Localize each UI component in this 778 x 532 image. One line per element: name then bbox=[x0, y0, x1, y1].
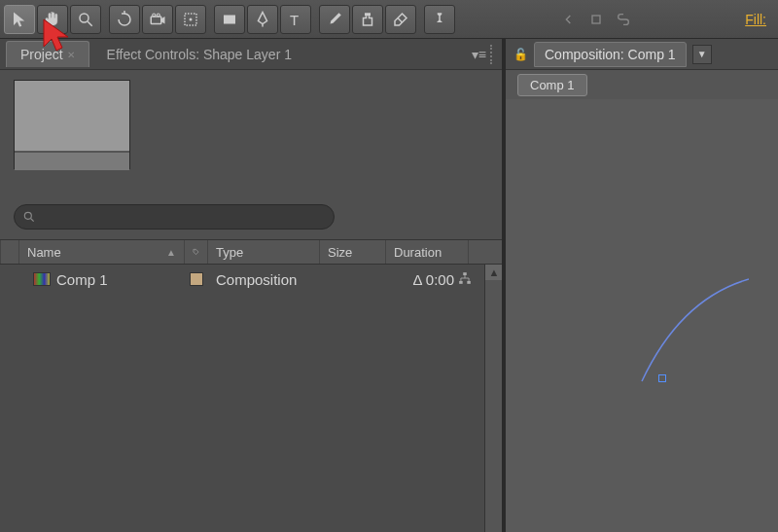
svg-rect-11 bbox=[592, 16, 600, 23]
column-size-header[interactable]: Size bbox=[320, 240, 386, 264]
svg-point-6 bbox=[190, 18, 193, 20]
composition-header-label: Composition: Comp 1 bbox=[545, 47, 676, 62]
composition-header-tab[interactable]: Composition: Comp 1 bbox=[534, 42, 687, 67]
composition-subtab[interactable]: Comp 1 bbox=[517, 74, 587, 96]
project-tab-label: Project bbox=[20, 47, 63, 62]
column-type-label: Type bbox=[216, 245, 243, 260]
tag-icon bbox=[193, 245, 199, 259]
hand-tool[interactable] bbox=[37, 5, 68, 34]
item-name: Comp 1 bbox=[56, 271, 108, 288]
svg-rect-17 bbox=[467, 280, 471, 283]
pen-tool[interactable] bbox=[247, 5, 278, 34]
composition-panel: 🔓 Composition: Comp 1 ▼ Comp 1 bbox=[506, 39, 778, 532]
drag-handle[interactable] bbox=[490, 45, 496, 64]
project-columns-header: Name ▲ Type Size Duration bbox=[0, 239, 502, 265]
eraser-tool[interactable] bbox=[385, 5, 416, 34]
brush-tool[interactable] bbox=[319, 5, 350, 34]
flowchart-icon[interactable] bbox=[458, 271, 472, 285]
main-toolbar: T Fill: bbox=[0, 0, 778, 39]
link-icon[interactable] bbox=[616, 12, 631, 27]
rectangle-tool[interactable] bbox=[214, 5, 245, 34]
column-indicator[interactable] bbox=[0, 240, 19, 264]
svg-rect-15 bbox=[463, 272, 467, 275]
selection-tool[interactable] bbox=[4, 5, 35, 34]
composition-icon bbox=[33, 272, 51, 286]
composition-tabs-bar: 🔓 Composition: Comp 1 ▼ bbox=[506, 39, 778, 70]
bezier-path bbox=[554, 269, 749, 386]
scroll-up-arrow[interactable]: ▲ bbox=[485, 265, 502, 280]
effects-tab[interactable]: Effect Controls: Shape Layer 1 bbox=[93, 42, 305, 67]
svg-point-0 bbox=[80, 14, 88, 22]
clone-stamp-tool[interactable] bbox=[352, 5, 383, 34]
project-tab[interactable]: Project ✕ bbox=[6, 41, 89, 67]
panel-menu-button[interactable]: ▾≡ bbox=[472, 47, 486, 62]
project-items-list: Comp 1 Composition Δ 0:00 bbox=[0, 265, 502, 532]
svg-rect-7 bbox=[224, 15, 235, 23]
effects-tab-label: Effect Controls: Shape Layer 1 bbox=[107, 47, 292, 62]
preview-area bbox=[0, 70, 502, 196]
svg-rect-2 bbox=[151, 17, 161, 24]
svg-point-3 bbox=[153, 14, 156, 17]
pan-behind-tool[interactable] bbox=[175, 5, 206, 34]
column-duration-header[interactable]: Duration bbox=[386, 240, 469, 264]
composition-dropdown[interactable]: ▼ bbox=[692, 45, 712, 64]
vertical-scrollbar[interactable]: ▲ bbox=[484, 265, 502, 532]
zoom-tool[interactable] bbox=[70, 5, 101, 34]
svg-point-14 bbox=[194, 250, 195, 251]
svg-line-1 bbox=[88, 21, 92, 26]
panel-tabs: Project ✕ Effect Controls: Shape Layer 1… bbox=[0, 39, 502, 70]
svg-rect-9 bbox=[365, 13, 371, 16]
sort-ascending-icon: ▲ bbox=[166, 247, 176, 258]
box-icon[interactable] bbox=[588, 12, 604, 27]
composition-thumbnail[interactable] bbox=[14, 80, 130, 169]
type-tool[interactable]: T bbox=[280, 5, 311, 34]
column-name-label: Name bbox=[27, 245, 61, 260]
camera-tool[interactable] bbox=[142, 5, 173, 34]
close-icon[interactable]: ✕ bbox=[67, 50, 75, 60]
bezier-handle[interactable] bbox=[658, 374, 666, 382]
svg-rect-16 bbox=[459, 280, 463, 283]
rotation-tool[interactable] bbox=[109, 5, 140, 34]
pin-tool[interactable] bbox=[424, 5, 455, 34]
item-type: Composition bbox=[216, 271, 297, 288]
svg-point-4 bbox=[157, 14, 159, 17]
column-duration-label: Duration bbox=[394, 245, 442, 260]
project-panel: Project ✕ Effect Controls: Shape Layer 1… bbox=[0, 39, 506, 532]
svg-line-10 bbox=[398, 18, 403, 22]
search-icon bbox=[22, 210, 36, 224]
column-type-header[interactable]: Type bbox=[208, 240, 320, 264]
fill-label[interactable]: Fill: bbox=[745, 12, 774, 27]
column-size-label: Size bbox=[328, 245, 352, 260]
table-row[interactable]: Comp 1 Composition Δ 0:00 bbox=[0, 265, 502, 294]
label-color-swatch[interactable] bbox=[190, 272, 203, 286]
svg-line-13 bbox=[31, 219, 34, 222]
svg-point-12 bbox=[24, 212, 31, 219]
column-label-header[interactable] bbox=[185, 240, 208, 264]
search-input[interactable] bbox=[14, 204, 335, 230]
column-name-header[interactable]: Name ▲ bbox=[19, 240, 185, 264]
item-duration: Δ 0:00 bbox=[412, 271, 454, 288]
svg-text:T: T bbox=[290, 12, 299, 28]
arrow-left-icon[interactable] bbox=[561, 12, 577, 27]
composition-viewport[interactable] bbox=[506, 99, 778, 532]
composition-subtab-label: Comp 1 bbox=[530, 78, 575, 92]
lock-icon[interactable]: 🔓 bbox=[513, 48, 528, 61]
